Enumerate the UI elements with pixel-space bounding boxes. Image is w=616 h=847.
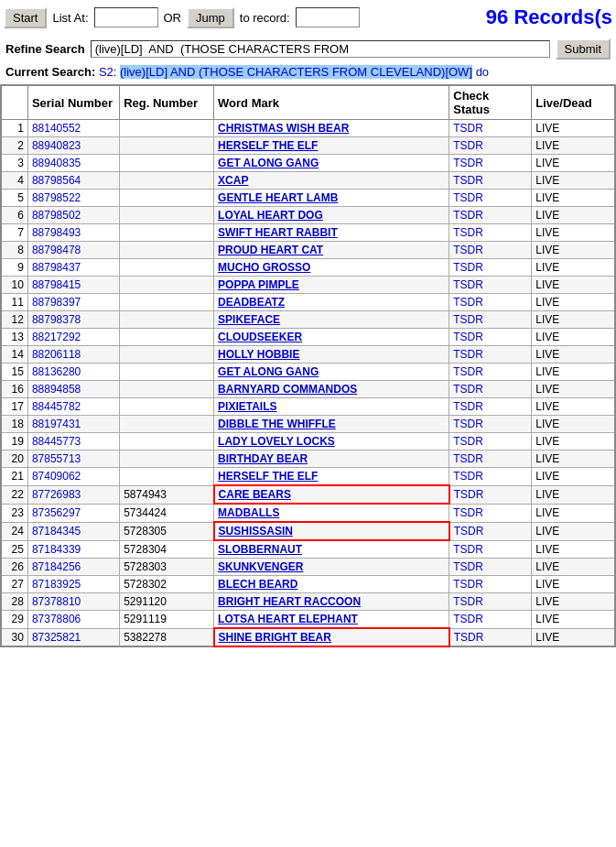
word-mark[interactable]: BARNYARD COMMANDOS <box>214 381 449 398</box>
word-mark[interactable]: LADY LOVELY LOCKS <box>214 433 449 451</box>
check-status[interactable]: TSDR <box>449 207 532 224</box>
serial-number[interactable]: 87378810 <box>27 593 119 611</box>
check-status[interactable]: TSDR <box>449 628 532 646</box>
serial-number[interactable]: 88445782 <box>27 398 119 416</box>
check-status[interactable]: TSDR <box>449 485 532 504</box>
word-mark[interactable]: MUCHO GROSSO <box>214 259 449 277</box>
check-status[interactable]: TSDR <box>449 311 532 329</box>
word-mark[interactable]: SLOBBERNAUT <box>214 540 449 559</box>
word-mark[interactable]: GET ALONG GANG <box>214 364 449 381</box>
check-status[interactable]: TSDR <box>449 433 532 451</box>
word-mark[interactable]: PROUD HEART CAT <box>214 242 449 259</box>
check-status[interactable]: TSDR <box>449 224 532 242</box>
word-mark[interactable]: SPIKEFACE <box>214 311 449 329</box>
word-mark[interactable]: GET ALONG GANG <box>214 155 449 172</box>
serial-number[interactable]: 87409062 <box>27 468 119 486</box>
check-status[interactable]: TSDR <box>449 451 532 468</box>
word-mark[interactable]: PIXIETAILS <box>214 398 449 416</box>
row-number: 2 <box>1 137 27 155</box>
check-status[interactable]: TSDR <box>449 259 532 277</box>
check-status[interactable]: TSDR <box>449 611 532 629</box>
word-mark[interactable]: SUSHISSASIN <box>214 522 449 540</box>
serial-number[interactable]: 88206118 <box>27 346 119 364</box>
serial-number[interactable]: 88940835 <box>27 155 119 172</box>
serial-number[interactable]: 87378806 <box>27 611 119 629</box>
serial-number[interactable]: 87855713 <box>27 451 119 468</box>
word-mark[interactable]: BLECH BEARD <box>214 576 449 593</box>
word-mark[interactable]: LOYAL HEART DOG <box>214 207 449 224</box>
check-status[interactable]: TSDR <box>449 294 532 311</box>
word-mark[interactable]: DIBBLE THE WHIFFLE <box>214 416 449 433</box>
word-mark[interactable]: SHINE BRIGHT BEAR <box>214 628 449 646</box>
check-status[interactable]: TSDR <box>449 155 532 172</box>
serial-number[interactable]: 88798437 <box>27 259 119 277</box>
word-mark[interactable]: HERSELF THE ELF <box>214 137 449 155</box>
serial-number[interactable]: 87183925 <box>27 576 119 593</box>
serial-number[interactable]: 88445773 <box>27 433 119 451</box>
serial-number[interactable]: 87184345 <box>27 522 119 540</box>
serial-number[interactable]: 88798522 <box>27 190 119 207</box>
check-status[interactable]: TSDR <box>449 277 532 294</box>
list-at-input[interactable] <box>94 7 158 27</box>
word-mark[interactable]: SWIFT HEART RABBIT <box>214 224 449 242</box>
word-mark[interactable]: LOTSA HEART ELEPHANT <box>214 611 449 629</box>
serial-number[interactable]: 88798502 <box>27 207 119 224</box>
serial-number[interactable]: 88798493 <box>27 224 119 242</box>
check-status[interactable]: TSDR <box>449 172 532 190</box>
check-status[interactable]: TSDR <box>449 120 532 137</box>
start-button[interactable]: Start <box>4 7 47 28</box>
check-status[interactable]: TSDR <box>449 522 532 540</box>
serial-number[interactable]: 88136280 <box>27 364 119 381</box>
check-status[interactable]: TSDR <box>449 540 532 559</box>
serial-number[interactable]: 88798564 <box>27 172 119 190</box>
check-status[interactable]: TSDR <box>449 329 532 346</box>
serial-number[interactable]: 88798478 <box>27 242 119 259</box>
check-status[interactable]: TSDR <box>449 242 532 259</box>
word-mark[interactable]: POPPA PIMPLE <box>214 277 449 294</box>
check-status[interactable]: TSDR <box>449 346 532 364</box>
reg-number <box>120 242 214 259</box>
check-status[interactable]: TSDR <box>449 468 532 486</box>
check-status[interactable]: TSDR <box>449 398 532 416</box>
check-status[interactable]: TSDR <box>449 559 532 576</box>
word-mark[interactable]: DEADBEATZ <box>214 294 449 311</box>
serial-number[interactable]: 88217292 <box>27 329 119 346</box>
check-status[interactable]: TSDR <box>449 593 532 611</box>
row-number: 22 <box>1 485 27 504</box>
word-mark[interactable]: MADBALLS <box>214 504 449 522</box>
serial-number[interactable]: 87184256 <box>27 559 119 576</box>
row-number: 4 <box>1 172 27 190</box>
check-status[interactable]: TSDR <box>449 576 532 593</box>
check-status[interactable]: TSDR <box>449 416 532 433</box>
word-mark[interactable]: HOLLY HOBBIE <box>214 346 449 364</box>
check-status[interactable]: TSDR <box>449 190 532 207</box>
submit-button[interactable]: Submit <box>556 38 611 60</box>
check-status[interactable]: TSDR <box>449 504 532 522</box>
refine-input[interactable] <box>91 40 550 58</box>
serial-number[interactable]: 88940823 <box>27 137 119 155</box>
word-mark[interactable]: BIRTHDAY BEAR <box>214 451 449 468</box>
word-mark[interactable]: XCAP <box>214 172 449 190</box>
word-mark[interactable]: BRIGHT HEART RACCOON <box>214 593 449 611</box>
serial-number[interactable]: 88894858 <box>27 381 119 398</box>
word-mark[interactable]: CARE BEARS <box>214 485 449 504</box>
check-status[interactable]: TSDR <box>449 137 532 155</box>
check-status[interactable]: TSDR <box>449 381 532 398</box>
word-mark[interactable]: CHRISTMAS WISH BEAR <box>214 120 449 137</box>
word-mark[interactable]: HERSELF THE ELF <box>214 468 449 486</box>
serial-number[interactable]: 87726983 <box>27 485 119 504</box>
serial-number[interactable]: 88798378 <box>27 311 119 329</box>
serial-number[interactable]: 88197431 <box>27 416 119 433</box>
word-mark[interactable]: SKUNKVENGER <box>214 559 449 576</box>
serial-number[interactable]: 87184339 <box>27 540 119 559</box>
serial-number[interactable]: 87356297 <box>27 504 119 522</box>
serial-number[interactable]: 88798397 <box>27 294 119 311</box>
check-status[interactable]: TSDR <box>449 364 532 381</box>
word-mark[interactable]: GENTLE HEART LAMB <box>214 190 449 207</box>
serial-number[interactable]: 88140552 <box>27 120 119 137</box>
word-mark[interactable]: CLOUDSEEKER <box>214 329 449 346</box>
jump-button[interactable]: Jump <box>187 7 234 28</box>
serial-number[interactable]: 87325821 <box>27 628 119 646</box>
serial-number[interactable]: 88798415 <box>27 277 119 294</box>
to-record-input[interactable] <box>296 7 360 27</box>
